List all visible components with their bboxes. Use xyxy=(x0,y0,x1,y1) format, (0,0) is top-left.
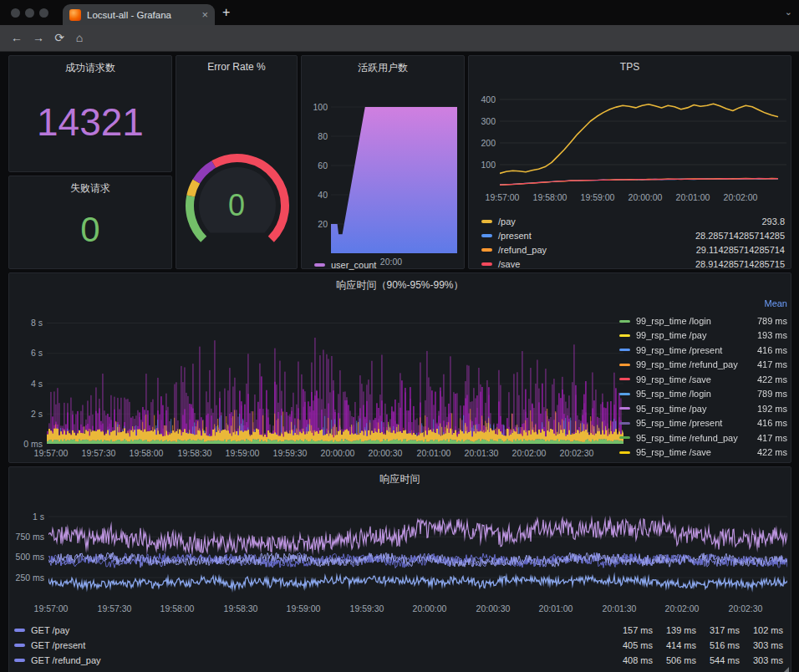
legend-value: 28.285714285714285 xyxy=(695,231,785,241)
x-axis-tick: 19:57:00 xyxy=(476,192,529,202)
legend-value: 28.914285714285715 xyxy=(695,259,785,269)
legend-label: GET /refund_pay xyxy=(31,655,609,665)
legend-label: 99_rsp_time /refund_pay xyxy=(636,359,738,369)
legend-swatch xyxy=(619,378,630,380)
legend-mean-value: 417 ms xyxy=(757,433,787,443)
x-axis-tick: 19:57:00 xyxy=(24,448,78,458)
legend-stat-value: 405 ms xyxy=(609,640,653,650)
legend-item[interactable]: /save28.914285714285715 xyxy=(481,257,785,271)
x-axis-tick: 19:59:00 xyxy=(216,448,269,458)
legend-item[interactable]: GET /refund_pay408 ms506 ms544 ms303 ms xyxy=(14,654,783,667)
legend-item[interactable]: 99_rsp_time /pay193 ms xyxy=(619,328,787,342)
legend-mean-value: 789 ms xyxy=(757,316,787,326)
legend-item[interactable]: 99_rsp_time /save422 ms xyxy=(619,373,787,386)
legend-swatch xyxy=(619,364,630,366)
legend-stat-value: 157 ms xyxy=(609,625,653,635)
x-axis-tick: 19:58:30 xyxy=(168,448,221,458)
new-tab-button[interactable]: + xyxy=(222,6,230,19)
legend-label: 99_rsp_time /login xyxy=(636,316,711,326)
x-axis-tick: 20:00:00 xyxy=(403,603,456,613)
panel-error-rate: Error Rate % 0 xyxy=(176,55,298,269)
panel-title[interactable]: TPS xyxy=(469,61,791,73)
legend-item[interactable]: 99_rsp_time /present416 ms xyxy=(619,344,787,357)
legend-item[interactable]: /present28.285714285714285 xyxy=(481,229,785,242)
legend-item[interactable]: 95_rsp_time /login789 ms xyxy=(619,387,787,400)
success-count-value: 14321 xyxy=(9,99,171,145)
legend-swatch xyxy=(619,451,630,454)
legend-label: 95_rsp_time /pay xyxy=(636,404,706,414)
legend-item[interactable]: 99_rsp_time /refund_pay417 ms xyxy=(619,358,787,371)
legend-item[interactable]: /refund_pay29.114285714285714 xyxy=(481,243,785,257)
legend-swatch xyxy=(481,220,492,223)
window-zoom-button[interactable] xyxy=(39,8,48,18)
legend-swatch xyxy=(619,349,630,351)
legend-item[interactable]: /pay293.8 xyxy=(481,215,785,228)
grafana-favicon-icon xyxy=(69,9,81,21)
legend-label: 99_rsp_time /present xyxy=(636,345,722,355)
legend-stat-value: 408 ms xyxy=(609,655,653,665)
legend-item[interactable]: 95_rsp_time /save422 ms xyxy=(619,445,787,459)
percentile-spike-chart xyxy=(47,298,623,444)
browser-tab[interactable]: Locsut-all - Grafana × xyxy=(63,4,215,25)
y-axis-tick: 40 xyxy=(318,190,328,200)
panel-title[interactable]: 成功请求数 xyxy=(9,61,171,75)
tab-close-icon[interactable]: × xyxy=(201,8,208,21)
grafana-dashboard: 成功请求数 14321 失败请求 0 Error Rate % 0 活跃用户数 … xyxy=(0,52,799,672)
chevron-down-icon[interactable]: ⌄ xyxy=(785,7,792,18)
panel-response-time: 响应时间 1 s750 ms500 ms250 ms 19:57:0019:57… xyxy=(8,466,791,672)
home-button[interactable]: ⌂ xyxy=(72,31,87,44)
y-axis-tick: 60 xyxy=(318,160,328,171)
x-axis-tick: 20:01:30 xyxy=(455,448,508,458)
x-axis-tick: 20:01:00 xyxy=(529,603,583,613)
legend-item[interactable]: GET /pay157 ms139 ms317 ms102 ms xyxy=(14,624,783,637)
y-axis-tick: 2 s xyxy=(31,409,43,419)
y-axis-tick: 100 xyxy=(481,160,496,170)
legend-item[interactable]: GET /present405 ms414 ms516 ms303 ms xyxy=(14,639,783,652)
panel-title[interactable]: 失败请求 xyxy=(9,181,171,196)
forward-button[interactable]: → xyxy=(31,31,46,44)
y-axis-tick: 8 s xyxy=(31,318,43,328)
y-axis-tick: 500 ms xyxy=(16,552,44,562)
y-axis-tick: 80 xyxy=(318,131,328,141)
legend-mean-value: 422 ms xyxy=(757,447,787,457)
window-close-button[interactable] xyxy=(11,8,20,18)
legend-label: 95_rsp_time /refund_pay xyxy=(636,433,738,443)
legend-stat-value: 317 ms xyxy=(696,625,740,635)
y-axis-tick: 4 s xyxy=(31,379,43,389)
legend-item[interactable]: 95_rsp_time /refund_pay417 ms xyxy=(619,431,787,445)
x-axis-tick: 20:00:00 xyxy=(618,192,672,202)
tab-title: Locsut-all - Grafana xyxy=(87,10,196,20)
legend-header-mean[interactable]: Mean xyxy=(619,298,787,308)
window-minimize-button[interactable] xyxy=(25,8,34,18)
y-axis-tick: 400 xyxy=(481,94,496,104)
reload-button[interactable]: ⟳ xyxy=(52,31,67,44)
fail-count-value: 0 xyxy=(9,210,171,250)
x-axis-tick: 20:00:30 xyxy=(466,603,520,613)
panel-title[interactable]: 响应时间（90%-95%-99%） xyxy=(9,278,791,293)
legend-item[interactable]: 99_rsp_time /login789 ms xyxy=(619,314,787,328)
x-axis-tick: 19:58:30 xyxy=(214,603,267,613)
legend-swatch xyxy=(619,320,630,323)
legend-item[interactable]: 95_rsp_time /present416 ms xyxy=(619,416,787,430)
legend-stat-value: 414 ms xyxy=(653,640,696,650)
back-button[interactable]: ← xyxy=(9,31,24,44)
x-axis-tick: 19:57:00 xyxy=(24,603,78,613)
y-axis-tick: 250 ms xyxy=(16,573,44,583)
panel-resize-handle[interactable] xyxy=(783,667,789,672)
legend-stat-value: 516 ms xyxy=(696,640,740,650)
x-axis-tick: 20:02:00 xyxy=(714,192,767,202)
legend-label: /save xyxy=(498,259,520,269)
panel-failed-requests: 失败请求 0 xyxy=(8,176,172,269)
legend-item[interactable]: GET /save409 ms477 ms522 ms303 ms xyxy=(14,669,783,672)
legend-item-user-count[interactable]: user_count xyxy=(314,258,376,272)
legend-mean-value: 417 ms xyxy=(757,359,787,369)
x-axis-tick: 20:02:30 xyxy=(719,603,772,613)
legend-label: GET /present xyxy=(31,640,609,650)
legend-item[interactable]: 95_rsp_time /pay192 ms xyxy=(619,402,787,415)
legend-swatch xyxy=(14,659,25,662)
legend-stat-value: 506 ms xyxy=(653,655,696,665)
x-axis-tick: 20:01:00 xyxy=(666,192,720,202)
legend-swatch xyxy=(314,263,325,267)
error-rate-gauge xyxy=(176,56,298,270)
x-axis-tick: 19:58:00 xyxy=(120,448,173,458)
